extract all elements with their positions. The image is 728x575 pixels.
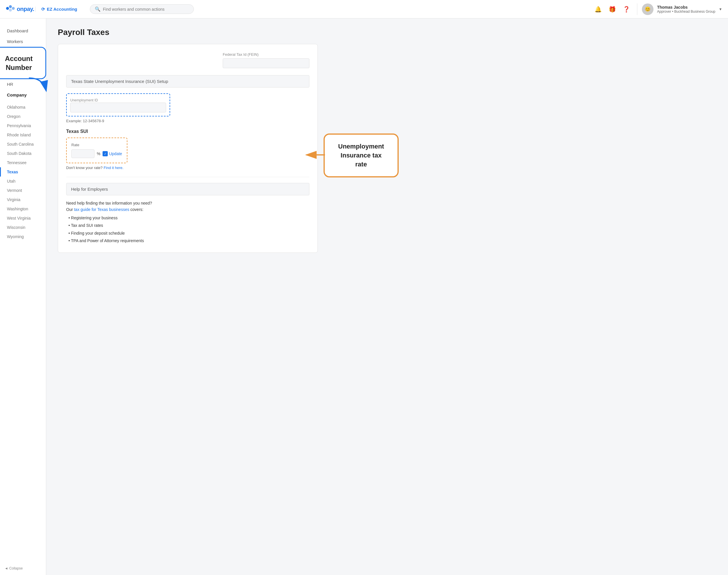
help-guide-suffix: covers:	[129, 207, 143, 212]
app-header: onpay. ⟳ EZ Accounting 🔍 🔔 🎁 ❓ 😊 Thomas …	[0, 0, 728, 19]
state-item-texas[interactable]: Texas	[0, 167, 46, 176]
state-item-utah[interactable]: Utah	[0, 176, 46, 186]
state-item-tennessee[interactable]: Tennessee	[0, 158, 46, 167]
separator	[66, 177, 309, 177]
main-card: Federal Tax Id (FEIN) Texas State Unempl…	[58, 44, 318, 253]
update-label: Update	[109, 151, 122, 156]
user-name: Thomas Jacobs	[657, 5, 715, 9]
state-item-oklahoma[interactable]: Oklahoma	[0, 103, 46, 112]
search-input[interactable]	[103, 7, 189, 11]
ez-accounting-link[interactable]: ⟳ EZ Accounting	[35, 7, 77, 12]
ez-accounting-label: EZ Accounting	[47, 7, 77, 11]
percent-sign: %	[97, 151, 100, 156]
state-item-washington[interactable]: Washington	[0, 204, 46, 213]
rate-label: Rate	[71, 143, 122, 147]
help-intro: Need help finding the tax information yo…	[66, 200, 309, 206]
sidebar-item-workers[interactable]: Workers	[0, 36, 46, 47]
help-guide-prefix: Our	[66, 207, 74, 212]
search-icon: 🔍	[95, 6, 101, 12]
unemployment-id-input[interactable]	[70, 103, 166, 112]
card-wrapper: Account Number	[58, 44, 318, 253]
update-button[interactable]: Update	[103, 151, 122, 156]
state-item-vermont[interactable]: Vermont	[0, 186, 46, 195]
user-details: Thomas Jacobs Approver • Buckhead Busine…	[657, 5, 715, 13]
svg-point-1	[9, 5, 12, 8]
find-rate-text: Don't know your rate? Find it here.	[66, 166, 309, 170]
unemployment-callout: Unemployment Insurance tax rate	[323, 134, 398, 177]
federal-tax-label: Federal Tax Id (FEIN)	[223, 52, 309, 57]
help-item-0: Registering your business	[68, 214, 309, 222]
unemployment-id-wrapper: Unemployment ID	[66, 93, 309, 116]
user-menu[interactable]: 😊 Thomas Jacobs Approver • Buckhead Busi…	[637, 3, 722, 15]
callout-account-box: Account Number	[0, 47, 46, 79]
help-list: Registering your business Tax and SUI ra…	[66, 214, 309, 245]
layout: Dashboard Workers Payroll Reports Filing…	[0, 19, 728, 575]
sidebar: Dashboard Workers Payroll Reports Filing…	[0, 19, 46, 575]
user-role: Approver • Buckhead Business Group	[657, 9, 715, 13]
state-item-pennsylvania[interactable]: Pennsylvania	[0, 121, 46, 130]
find-rate-link[interactable]: Find it here.	[104, 166, 124, 170]
svg-point-2	[12, 7, 15, 10]
logo-area: onpay. ⟳ EZ Accounting	[6, 4, 77, 14]
collapse-button[interactable]: ◄ Collapse	[5, 566, 23, 570]
collapse-icon: ◄	[5, 566, 8, 570]
svg-point-3	[9, 9, 12, 11]
help-section-title: Help for Employers	[71, 187, 108, 192]
chevron-down-icon: ▼	[719, 7, 722, 11]
onpay-logo[interactable]: onpay.	[6, 4, 34, 14]
federal-tax-input[interactable]	[223, 58, 309, 68]
rate-input-row: % Update	[71, 149, 122, 158]
example-text: Example: 12-345678-9	[66, 119, 309, 123]
search-bar[interactable]: 🔍	[90, 4, 194, 14]
federal-tax-row: Federal Tax Id (FEIN)	[66, 52, 309, 68]
callout-account-text: Account Number	[5, 55, 33, 71]
help-item-2: Finding your deposit schedule	[68, 229, 309, 237]
help-item-1: Tax and SUI rates	[68, 222, 309, 229]
svg-point-0	[6, 7, 9, 10]
callout-unemployment-text: Unemployment Insurance tax rate	[338, 143, 384, 168]
unemployment-id-label: Unemployment ID	[70, 98, 98, 102]
ez-icon: ⟳	[41, 7, 45, 12]
unemployment-arrow	[303, 150, 326, 160]
unemployment-id-dashed-box: Unemployment ID	[66, 93, 170, 116]
state-item-south-dakota[interactable]: South Dakota	[0, 149, 46, 158]
page-title: Payroll Taxes	[58, 28, 717, 37]
rate-input[interactable]	[71, 149, 95, 158]
sui-section-header: Texas State Unemployment Insurance (SUI)…	[66, 75, 309, 88]
texas-sui-title: Texas SUI	[66, 129, 309, 134]
onpay-wordmark: onpay.	[17, 6, 34, 12]
help-section-header: Help for Employers	[66, 183, 309, 195]
help-guide-line: Our tax guide for Texas businesses cover…	[66, 206, 309, 213]
rate-dashed-box: Rate % Update	[66, 138, 128, 163]
help-item-3: TPA and Power of Attorney requirements	[68, 237, 309, 244]
callout-unemployment-box: Unemployment Insurance tax rate	[323, 134, 398, 177]
help-guide-link[interactable]: tax guide for Texas businesses	[74, 207, 129, 212]
account-arrow	[26, 75, 49, 94]
state-item-south-carolina[interactable]: South Carolina	[0, 140, 46, 149]
logo-dots-icon	[6, 4, 15, 14]
main-content: Payroll Taxes Account Number	[46, 19, 728, 575]
state-item-rhode-island[interactable]: Rhode Island	[0, 130, 46, 140]
collapse-label: Collapse	[9, 566, 23, 570]
state-item-wisconsin[interactable]: Wisconsin	[0, 223, 46, 232]
help-icon[interactable]: ❓	[623, 6, 630, 13]
avatar: 😊	[642, 3, 654, 15]
state-list: Oklahoma Oregon Pennsylvania Rhode Islan…	[0, 100, 46, 244]
state-item-west-virginia[interactable]: West Virginia	[0, 213, 46, 223]
account-number-callout: Account Number	[0, 47, 46, 79]
help-text: Need help finding the tax information yo…	[66, 200, 309, 244]
federal-tax-field: Federal Tax Id (FEIN)	[223, 52, 309, 68]
state-item-oregon[interactable]: Oregon	[0, 112, 46, 121]
notification-icon[interactable]: 🔔	[594, 6, 602, 13]
checkbox-icon	[103, 151, 108, 156]
state-item-wyoming[interactable]: Wyoming	[0, 232, 46, 241]
sui-section-title: Texas State Unemployment Insurance (SUI)…	[71, 79, 168, 84]
header-icons: 🔔 🎁 ❓ 😊 Thomas Jacobs Approver • Buckhea…	[594, 3, 722, 15]
sidebar-item-dashboard[interactable]: Dashboard	[0, 26, 46, 36]
gift-icon[interactable]: 🎁	[609, 6, 616, 13]
state-item-virginia[interactable]: Virginia	[0, 195, 46, 204]
